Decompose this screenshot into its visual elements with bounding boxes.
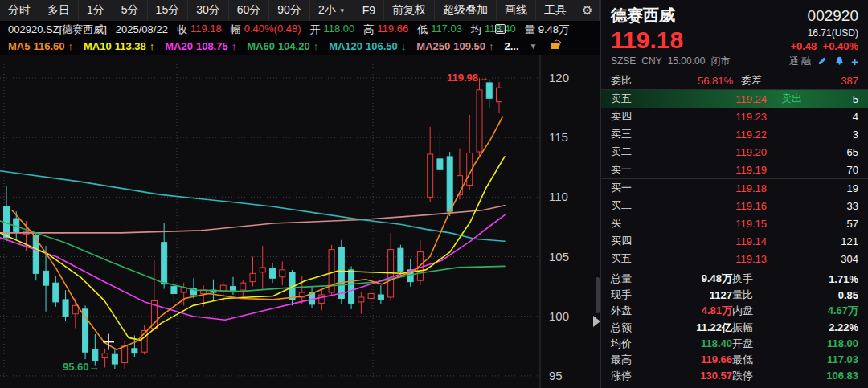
unlock-icon[interactable] <box>551 43 559 49</box>
ask-row[interactable]: 卖五119.24卖出5 <box>601 90 868 108</box>
ma-indicator: MA20108.75↑ <box>165 40 236 52</box>
quote-field: 幅0.40%(0.48) <box>231 22 301 37</box>
last-price: 119.18 <box>611 28 683 52</box>
toolbar-button[interactable]: F9 <box>354 0 384 21</box>
tag-badges: 通 融 <box>789 55 811 68</box>
stat-row: 最高119.66最低117.03 <box>611 353 858 367</box>
quote-panel: 德赛西威 002920 119.18 16.71(USD) +0.48 +0.4… <box>600 0 868 388</box>
weicha-value: 387 <box>772 75 858 87</box>
candlestick-chart[interactable]: 12011511010510095119.98→95.60→ <box>0 55 600 388</box>
sell-flag: 卖出 <box>767 92 817 106</box>
quote-field: 收119.18 <box>177 22 222 37</box>
chevron-down-icon: ▼ <box>339 7 346 14</box>
trading-app: 分时多日1分5分15分30分60分90分2小▼F9前复权超级叠加画线工具⚙?> … <box>0 0 868 388</box>
bid-levels: 买一119.1819买二119.1633买三119.1557买四119.1412… <box>601 179 868 268</box>
arrow-up-icon: ↑ <box>231 40 237 52</box>
toolbar-button[interactable]: 超级叠加 <box>435 0 497 21</box>
ma-indicator-row: MA5116.60↑MA10113.38↑MA20108.75↑MA60104.… <box>0 37 600 55</box>
stat-row: 总额11.22亿振幅2.22% <box>611 321 858 335</box>
weibi-value: 56.81% <box>646 75 733 87</box>
period-tab[interactable]: 30分 <box>188 0 229 21</box>
toolbar-button[interactable]: 工具 <box>536 0 575 21</box>
bid-row[interactable]: 买二119.1633 <box>601 197 868 214</box>
toolbar-button[interactable]: 前复权 <box>384 0 435 21</box>
ma-indicator: MA120106.50↓ <box>329 40 406 52</box>
period-tab[interactable]: 分时 <box>0 0 39 21</box>
period-tab[interactable]: 1分 <box>79 0 113 21</box>
quote-field: 高119.66 <box>363 22 408 37</box>
ask-row[interactable]: 卖四119.234 <box>601 108 868 125</box>
market-status: 闭市 <box>710 55 730 67</box>
ask-row[interactable]: 卖三119.223 <box>601 125 868 143</box>
ma-indicator: MA5116.60↑ <box>8 40 73 52</box>
stat-row: 现手1127量比0.85 <box>611 288 858 302</box>
ma-indicator: MA10113.38↑ <box>84 40 154 52</box>
stock-code: 002920 <box>808 7 858 25</box>
arrow-up-icon: ↑ <box>68 40 74 52</box>
stat-row: 均价118.40开盘118.00 <box>611 337 858 351</box>
quote-field: 量9.48万 <box>525 22 569 37</box>
arrow-up-icon: ↑ <box>489 40 494 52</box>
arrow-up-icon: ↑ <box>313 40 319 52</box>
panel-scrollbar[interactable] <box>596 277 600 313</box>
price-annotation: 119.98→ <box>447 71 489 84</box>
bid-row[interactable]: 买五119.13304 <box>601 250 868 268</box>
stats-grid: 总量9.48万换手1.71%现手1127量比0.85外盘4.81万内盘4.67万… <box>601 268 868 388</box>
quote-header: 德赛西威 002920 119.18 16.71(USD) +0.48 +0.4… <box>601 0 868 71</box>
period-tab-dropdown[interactable]: 2小▼ <box>310 0 354 21</box>
svg-text:110: 110 <box>549 190 568 203</box>
stat-row: 涨停130.57跌停106.83 <box>611 369 858 383</box>
quote-info-row: 002920.SZ[德赛西威] 2025/08/22 收119.18幅0.40%… <box>0 22 600 37</box>
edit-icon[interactable] <box>817 55 828 68</box>
period-tab[interactable]: 多日 <box>39 0 79 21</box>
chart-canvas[interactable]: 12011511010510095119.98→95.60→ <box>0 55 600 388</box>
alert-bell-icon[interactable] <box>834 55 845 68</box>
quote-field: 低117.03 <box>417 22 462 37</box>
svg-text:105: 105 <box>549 250 569 263</box>
usd-price: 16.71(USD) <box>790 27 858 39</box>
quote-field: 均118.40 <box>471 22 516 37</box>
svg-text:120: 120 <box>549 71 569 84</box>
date-label: 2025/08/22 <box>116 23 168 35</box>
period-tab[interactable]: 60分 <box>229 0 270 21</box>
chevron-down-icon[interactable]: ▼ <box>530 42 538 51</box>
svg-text:95: 95 <box>549 369 563 382</box>
stock-name: 德赛西威 <box>611 5 675 27</box>
ma-indicator: MA250109.50↑ <box>416 40 493 52</box>
chart-pane: 分时多日1分5分15分30分60分90分2小▼F9前复权超级叠加画线工具⚙?> … <box>0 0 600 388</box>
bid-row[interactable]: 买一119.1819 <box>601 179 868 197</box>
market-meta: SZSECNY15:00:00闭市 <box>611 55 735 68</box>
period-tab[interactable]: 90分 <box>269 0 310 21</box>
price-change: +0.48 +0.40% <box>790 40 858 52</box>
arrow-up-icon: ↑ <box>149 40 155 52</box>
ask-row[interactable]: 卖二119.2065 <box>601 143 868 161</box>
arrow-down-icon: ↓ <box>401 40 407 52</box>
symbol-label: 002920.SZ[德赛西威] <box>8 22 107 37</box>
svg-text:100: 100 <box>549 309 569 323</box>
ma-indicator: MA60104.20↑ <box>247 40 318 52</box>
price-annotation: 95.60→ <box>63 361 100 373</box>
ma-more-button[interactable]: 2... <box>505 40 519 52</box>
period-tab[interactable]: 15分 <box>148 0 189 21</box>
bid-row[interactable]: 买四119.14121 <box>601 232 868 250</box>
ask-row[interactable]: 卖一119.1970 <box>601 161 868 178</box>
period-toolbar: 分时多日1分5分15分30分60分90分2小▼F9前复权超级叠加画线工具⚙?> <box>0 0 600 22</box>
quote-fields: 收119.18幅0.40%(0.48)开118.00高119.66低117.03… <box>177 22 569 37</box>
toolbar-button[interactable]: 画线 <box>497 0 536 21</box>
quote-field: 开118.00 <box>310 22 355 37</box>
bid-row[interactable]: 买三119.1557 <box>601 214 868 232</box>
stat-row: 总量9.48万换手1.71% <box>611 272 858 286</box>
svg-text:115: 115 <box>549 130 568 144</box>
mouse-cursor-icon <box>495 24 506 34</box>
period-tab[interactable]: 5分 <box>113 0 148 21</box>
add-to-watchlist-button[interactable]: + <box>851 57 858 67</box>
ask-levels: 卖五119.24卖出5卖四119.234卖三119.223卖二119.2065卖… <box>601 90 868 178</box>
order-imbalance-row: 委比 56.81% 委差 387 <box>601 71 868 90</box>
stat-row: 外盘4.81万内盘4.67万 <box>611 304 858 318</box>
gear-icon[interactable]: ⚙ <box>575 0 600 21</box>
